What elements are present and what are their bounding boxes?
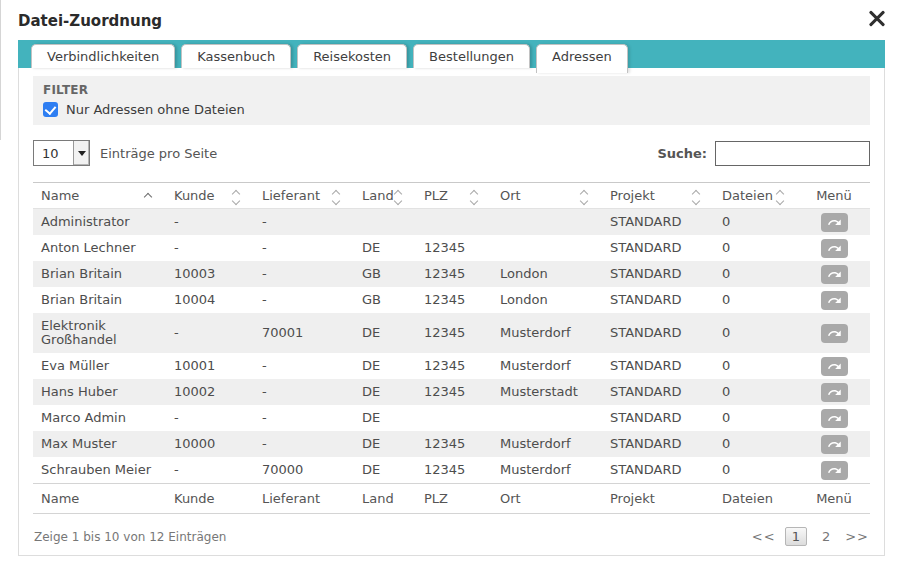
column-header-label: Lieferant bbox=[262, 188, 320, 203]
column-header-menu: Menü bbox=[798, 183, 870, 209]
sort-both-icon bbox=[233, 191, 239, 204]
column-header-dateien[interactable]: Dateien bbox=[714, 183, 798, 209]
search-label: Suche: bbox=[657, 146, 707, 161]
tab-bestellungen[interactable]: Bestellungen bbox=[413, 44, 530, 68]
page-size-value: 10 bbox=[34, 141, 73, 165]
column-header-name[interactable]: Name bbox=[33, 183, 166, 209]
pagination-next-button[interactable]: >> bbox=[845, 529, 869, 544]
cell-projekt: STANDARD bbox=[602, 235, 714, 261]
cell-name: Elektronik Großhandel bbox=[33, 313, 166, 353]
cell-plz: 12345 bbox=[416, 457, 492, 484]
column-header-plz[interactable]: PLZ bbox=[416, 183, 492, 209]
table-header-row: NameKundeLieferantLandPLZOrtProjektDatei… bbox=[33, 183, 870, 209]
pagination-page-1[interactable]: 1 bbox=[785, 527, 807, 546]
cell-dateien: 0 bbox=[714, 353, 798, 379]
select-dropdown-button[interactable] bbox=[73, 141, 89, 165]
column-header-label: Menü bbox=[816, 188, 852, 203]
table-body: Administrator--STANDARD0Anton Lechner--D… bbox=[33, 209, 870, 484]
table-row: Administrator--STANDARD0 bbox=[33, 209, 870, 236]
search-input[interactable] bbox=[715, 141, 870, 166]
cell-ort: London bbox=[492, 287, 602, 313]
tab-kassenbuch[interactable]: Kassenbuch bbox=[181, 44, 291, 68]
cell-plz: 12345 bbox=[416, 235, 492, 261]
cell-menu bbox=[798, 353, 870, 379]
cell-lieferant: - bbox=[254, 235, 354, 261]
column-header-projekt[interactable]: Projekt bbox=[602, 183, 714, 209]
cell-menu bbox=[798, 379, 870, 405]
close-icon[interactable] bbox=[866, 7, 888, 29]
cell-ort: Musterdorf bbox=[492, 353, 602, 379]
row-menu-button[interactable] bbox=[821, 265, 848, 284]
dialog-title: Datei-Zuordnung bbox=[18, 12, 162, 30]
cell-projekt: STANDARD bbox=[602, 457, 714, 484]
cell-lieferant: - bbox=[254, 261, 354, 287]
tab-reisekosten[interactable]: Reisekosten bbox=[297, 44, 407, 68]
cell-lieferant: - bbox=[254, 353, 354, 379]
sort-both-icon bbox=[471, 191, 477, 204]
cell-lieferant: - bbox=[254, 431, 354, 457]
only-addresses-without-files-checkbox[interactable] bbox=[43, 102, 58, 117]
cell-name: Administrator bbox=[33, 209, 166, 236]
row-menu-button[interactable] bbox=[821, 291, 848, 310]
row-menu-button[interactable] bbox=[821, 213, 848, 232]
redo-arrow-icon bbox=[827, 293, 842, 308]
row-menu-button[interactable] bbox=[821, 383, 848, 402]
cell-kunde: 10003 bbox=[166, 261, 254, 287]
redo-arrow-icon bbox=[827, 359, 842, 374]
pagination: <<12>> bbox=[752, 527, 869, 546]
column-header-lieferant[interactable]: Lieferant bbox=[254, 183, 354, 209]
sort-ascending-icon bbox=[145, 194, 151, 200]
cell-name: Anton Lechner bbox=[33, 235, 166, 261]
cell-kunde: 10004 bbox=[166, 287, 254, 313]
column-header-ort[interactable]: Ort bbox=[492, 183, 602, 209]
column-header-label: PLZ bbox=[424, 188, 448, 203]
cell-kunde: - bbox=[166, 235, 254, 261]
footer-column-header-projekt: Projekt bbox=[602, 484, 714, 514]
cell-land: DE bbox=[354, 405, 416, 431]
row-menu-button[interactable] bbox=[821, 409, 848, 428]
cell-menu bbox=[798, 261, 870, 287]
row-menu-button[interactable] bbox=[821, 461, 848, 480]
row-menu-button[interactable] bbox=[821, 324, 848, 343]
table-row: Marco Admin--DESTANDARD0 bbox=[33, 405, 870, 431]
cell-name: Brian Britain bbox=[33, 261, 166, 287]
redo-arrow-icon bbox=[827, 215, 842, 230]
cell-name: Eva Müller bbox=[33, 353, 166, 379]
cell-dateien: 0 bbox=[714, 261, 798, 287]
cell-kunde: 10001 bbox=[166, 353, 254, 379]
cell-kunde: 10000 bbox=[166, 431, 254, 457]
redo-arrow-icon bbox=[827, 463, 842, 478]
row-menu-button[interactable] bbox=[821, 435, 848, 454]
column-header-label: Ort bbox=[500, 188, 521, 203]
row-menu-button[interactable] bbox=[821, 357, 848, 376]
cell-plz: 12345 bbox=[416, 261, 492, 287]
redo-arrow-icon bbox=[827, 326, 842, 341]
pagination-page-2[interactable]: 2 bbox=[816, 528, 836, 545]
cell-kunde: 10002 bbox=[166, 379, 254, 405]
column-header-label: Kunde bbox=[174, 188, 215, 203]
cell-ort: Musterdorf bbox=[492, 313, 602, 353]
cell-plz: 12345 bbox=[416, 379, 492, 405]
footer-column-header-lieferant: Lieferant bbox=[254, 484, 354, 514]
page-size-select[interactable]: 10 bbox=[33, 140, 90, 166]
tab-adressen[interactable]: Adressen bbox=[536, 44, 628, 73]
cell-name: Hans Huber bbox=[33, 379, 166, 405]
footer-column-header-kunde: Kunde bbox=[166, 484, 254, 514]
cell-land: DE bbox=[354, 353, 416, 379]
cell-dateien: 0 bbox=[714, 287, 798, 313]
table-row: Brian Britain10004-GB12345LondonSTANDARD… bbox=[33, 287, 870, 313]
cell-kunde: - bbox=[166, 209, 254, 236]
cell-dateien: 0 bbox=[714, 431, 798, 457]
cell-lieferant: - bbox=[254, 405, 354, 431]
cell-dateien: 0 bbox=[714, 235, 798, 261]
cell-plz bbox=[416, 209, 492, 236]
cell-dateien: 0 bbox=[714, 313, 798, 353]
column-header-land[interactable]: Land bbox=[354, 183, 416, 209]
table-row: Elektronik Großhandel-70001DE12345Muster… bbox=[33, 313, 870, 353]
cell-menu bbox=[798, 405, 870, 431]
row-menu-button[interactable] bbox=[821, 239, 848, 258]
tab-verbindlichkeiten[interactable]: Verbindlichkeiten bbox=[31, 44, 175, 68]
chevron-down-icon bbox=[78, 151, 86, 156]
column-header-kunde[interactable]: Kunde bbox=[166, 183, 254, 209]
pagination-previous-button[interactable]: << bbox=[752, 529, 776, 544]
